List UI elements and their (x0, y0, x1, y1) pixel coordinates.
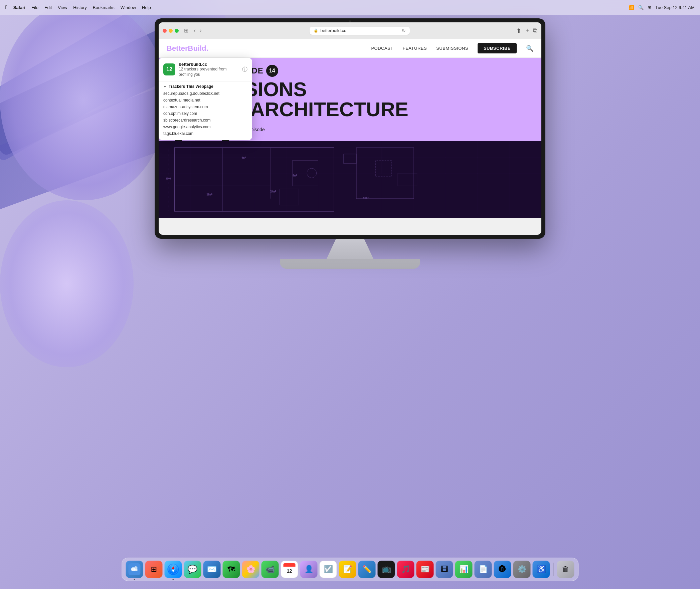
svg-rect-47 (284, 565, 296, 567)
traffic-lights (163, 29, 179, 33)
reload-icon[interactable]: ↻ (402, 28, 406, 33)
stand-neck (327, 239, 373, 259)
svg-text:1500: 1500 (166, 178, 171, 180)
nav-features[interactable]: FEATURES (403, 46, 427, 51)
popup-section-header: ▼ Trackers This Webpage (159, 81, 252, 90)
address-bar[interactable]: 🔒 betterbuild.cc ↻ (310, 27, 410, 35)
forward-button[interactable]: › (198, 26, 203, 35)
svg-rect-40 (134, 569, 138, 571)
tracker-item: cdn.optimizely.com (163, 110, 247, 117)
dock-app-music[interactable]: 🎵 (397, 561, 414, 578)
nav-podcast[interactable]: PODCAST (371, 46, 393, 51)
dock-container: ⊞ 💬 ✉️ 🗺 🌸 📹 12 👤 ☑️ 📝 (122, 558, 579, 581)
svg-text:18m²: 18m² (206, 193, 212, 196)
safari-actions: ⬆ + ⧉ (516, 27, 537, 34)
dock-app-calendar[interactable]: 12 (281, 561, 298, 578)
close-button[interactable] (163, 29, 167, 33)
dock-app-appstore[interactable]: 🅐 (494, 561, 511, 578)
safari-chrome: ⊞ ‹ › 🔒 betterbuild.cc ↻ ⬆ + ⧉ (159, 22, 541, 39)
back-button[interactable]: ‹ (192, 26, 197, 35)
search-icon[interactable]: 🔍 (526, 45, 533, 52)
dock-app-keynote[interactable]: 🎞 (436, 561, 453, 578)
menu-file[interactable]: File (31, 5, 38, 10)
menu-help[interactable]: Help (142, 5, 151, 10)
website-nav: BetterBuild. PODCAST FEATURES SUBMISSION… (159, 39, 541, 58)
shield-badge: 12 (163, 63, 175, 75)
info-icon[interactable]: ⓘ (242, 66, 247, 73)
privacy-popup: 12 betterbuild.cc 12 trackers prevented … (159, 58, 252, 140)
nav-buttons: ‹ › (192, 26, 203, 35)
menu-bookmarks[interactable]: Bookmarks (93, 5, 115, 10)
nav-submissions[interactable]: SUBMISSIONS (436, 46, 468, 51)
url-text: betterbuild.cc (320, 28, 346, 33)
play-button-row: ▶ Play Episode (225, 125, 521, 134)
episode-row: EPISODE 14 (225, 65, 521, 77)
popup-header-text: betterbuild.cc 12 trackers prevented fro… (179, 62, 239, 77)
dock-app-reminders[interactable]: ☑️ (320, 561, 337, 578)
dock-separator (553, 563, 554, 576)
share-button[interactable]: ⬆ (516, 27, 521, 34)
menu-view[interactable]: View (58, 5, 67, 10)
tracker-item: sb.scorecardresearch.com (163, 117, 247, 124)
stand-base (280, 259, 420, 269)
minimize-button[interactable] (169, 29, 173, 33)
svg-text:44m²: 44m² (363, 196, 369, 199)
dock-app-accessibility[interactable]: ♿ (533, 561, 550, 578)
website-content: BetterBuild. PODCAST FEATURES SUBMISSION… (159, 39, 541, 235)
tracker-item: tags.bluekai.com (163, 130, 247, 137)
dock-app-maps[interactable]: 🗺 (223, 561, 240, 578)
section-chevron: ▼ (163, 85, 167, 88)
dock-app-freeform[interactable]: ✏️ (358, 561, 376, 578)
hero-title: VISIONS IN ARCHITECTURE (225, 79, 521, 120)
wifi-icon: 📶 (629, 5, 634, 10)
apple-menu[interactable]:  (5, 4, 7, 10)
menubar-right: 📶 🔍 ⊞ Tue Sep 12 9:41 AM (629, 5, 695, 10)
dock-app-facetime[interactable]: 📹 (261, 561, 279, 578)
popup-header: 12 betterbuild.cc 12 trackers prevented … (159, 58, 252, 81)
svg-rect-18 (398, 173, 417, 186)
subscribe-button[interactable]: SUBSCRIBE (478, 43, 517, 53)
blueprint-svg: 4m² 8m² 24m² 18m² 1500 3900 (159, 141, 541, 215)
menu-safari[interactable]: Safari (13, 5, 25, 10)
popup-site-name: betterbuild.cc (179, 62, 239, 67)
sidebar-button[interactable]: ⧉ (533, 27, 537, 34)
dock-app-sysprefs[interactable]: ⚙️ (513, 561, 531, 578)
menu-edit[interactable]: Edit (44, 5, 52, 10)
menubar:  Safari File Edit View History Bookmark… (0, 0, 700, 15)
tab-grid-icon[interactable]: ⊞ (184, 27, 188, 34)
dock-app-safari[interactable] (165, 561, 182, 578)
dock-app-tv[interactable]: 📺 (378, 561, 395, 578)
menu-window[interactable]: Window (121, 5, 136, 10)
address-bar-container: 🔒 betterbuild.cc ↻ (206, 27, 514, 35)
dock-app-contacts[interactable]: 👤 (300, 561, 318, 578)
dock-app-notes[interactable]: 📝 (339, 561, 356, 578)
dock-app-pages[interactable]: 📄 (475, 561, 492, 578)
clock: Tue Sep 12 9:41 AM (655, 5, 695, 10)
dock-app-mail[interactable]: ✉️ (203, 561, 221, 578)
nav-links: PODCAST FEATURES SUBMISSIONS SUBSCRIBE 🔍 (371, 43, 533, 53)
section-label: Trackers This Webpage (169, 84, 213, 89)
dock-app-numbers[interactable]: 📊 (455, 561, 473, 578)
dock-app-trash[interactable]: 🗑 (557, 561, 574, 578)
control-center-icon[interactable]: ⊞ (648, 5, 651, 10)
svg-rect-17 (375, 160, 391, 176)
popup-tracker-count: 12 trackers prevented from profiling you (179, 67, 239, 77)
maximize-button[interactable] (175, 29, 179, 33)
dock-app-photos[interactable]: 🌸 (242, 561, 259, 578)
svg-text:8m²: 8m² (293, 174, 297, 177)
search-icon-menubar[interactable]: 🔍 (638, 5, 644, 10)
dock-app-finder[interactable] (126, 561, 143, 578)
dock-app-launchpad[interactable]: ⊞ (145, 561, 163, 578)
dock-app-messages[interactable]: 💬 (184, 561, 201, 578)
menu-history[interactable]: History (73, 5, 86, 10)
lock-icon: 🔒 (314, 28, 318, 33)
tracker-item: c.amazon-adsystem.com (163, 104, 247, 110)
blueprint-section: 4m² 8m² 24m² 18m² 1500 3900 (159, 141, 541, 218)
tracker-item: contextual.media.net (163, 97, 247, 104)
dock-app-news[interactable]: 📰 (416, 561, 434, 578)
monitor: ⊞ ‹ › 🔒 betterbuild.cc ↻ ⬆ + ⧉ (155, 18, 545, 269)
new-tab-button[interactable]: + (525, 27, 529, 34)
svg-text:24m²: 24m² (270, 190, 276, 193)
episode-badge: 14 (266, 65, 278, 77)
svg-point-41 (168, 564, 179, 575)
